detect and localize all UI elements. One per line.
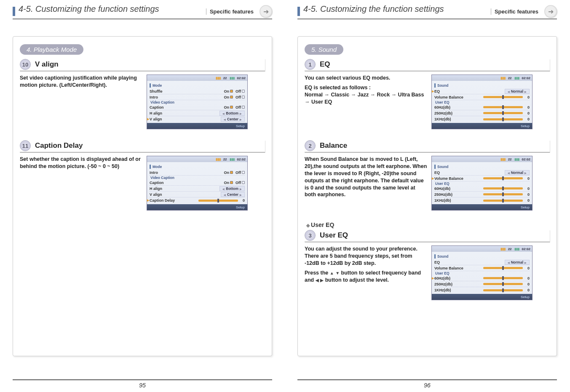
signal-icon: ▮▮▮ bbox=[216, 76, 221, 80]
menu-category-sound: Sound bbox=[434, 254, 530, 259]
slider-knob-icon bbox=[502, 282, 504, 286]
signal-value: 22 bbox=[223, 157, 227, 161]
radio-on-icon bbox=[230, 171, 233, 174]
battery-icon: ▮▮▮ bbox=[514, 247, 519, 251]
right-triangle-icon: ▶ bbox=[320, 278, 324, 283]
signal-value: 22 bbox=[508, 247, 512, 251]
footer-rule bbox=[13, 379, 272, 380]
slider-track bbox=[483, 177, 523, 179]
battery-icon: ▮▮▮ bbox=[514, 76, 519, 80]
slider-track bbox=[483, 200, 523, 202]
subsection-title: V align bbox=[35, 60, 59, 69]
menu-row-volume-balance: Volume Balance 0 bbox=[434, 94, 530, 100]
radio-off-icon bbox=[242, 181, 245, 184]
header: 4-5. Customizing the function settings S… bbox=[13, 4, 272, 19]
menu-row-caption-delay-highlighted: Caption Delay 0 bbox=[150, 197, 245, 203]
step-badge-2: 2 bbox=[305, 140, 316, 151]
subsection-head: 10 V align bbox=[20, 59, 265, 71]
page-number: 95 bbox=[0, 382, 285, 389]
subsection-balance: 2 Balance When Sound Balance bar is move… bbox=[305, 140, 550, 211]
slider-track bbox=[483, 96, 523, 98]
radio-off-icon bbox=[242, 96, 245, 99]
menu-row-eq: EQ Normal bbox=[434, 170, 530, 176]
menu-row-250hz: 250Hz(db) 0 bbox=[434, 110, 530, 116]
step-badge-10: 10 bbox=[20, 59, 31, 70]
radio-on-icon bbox=[230, 90, 233, 93]
slider-track bbox=[483, 193, 523, 195]
slider-track bbox=[483, 118, 523, 120]
screen-footer: Setup bbox=[432, 294, 532, 300]
subsection-text: Set whether the caption is displayed ahe… bbox=[20, 156, 142, 211]
slider-track bbox=[483, 277, 523, 279]
time-value: 02:02 bbox=[237, 157, 246, 161]
down-triangle-icon: ▼ bbox=[335, 271, 340, 275]
slider-track bbox=[483, 106, 523, 108]
value-selector: Bottom bbox=[219, 186, 245, 191]
slider-knob-icon bbox=[502, 117, 504, 121]
header-accent-bar bbox=[13, 7, 15, 16]
menu-category-user-eq: User EQ bbox=[434, 100, 530, 104]
menu-row-volume-balance-highlighted: Volume Balance 0 bbox=[434, 176, 530, 181]
signal-icon: ▮▮▮ bbox=[216, 157, 221, 161]
menu-category-user-eq: User EQ bbox=[434, 271, 530, 275]
battery-icon: ▮▮▮ bbox=[230, 157, 235, 161]
subsection-text: When Sound Balance bar is moved to L (Le… bbox=[305, 156, 427, 211]
page-right: 4-5. Customizing the function settings S… bbox=[285, 0, 570, 392]
radio-off-icon bbox=[242, 171, 245, 174]
menu-row-valign: V align Center bbox=[150, 192, 245, 197]
content-frame-right: 5. Sound 1 EQ You can select various EQ … bbox=[297, 36, 557, 356]
device-screenshot-user-eq: ▮▮▮ 22 ▮▮▮ 02:02 Sound EQ Normal Volume … bbox=[431, 245, 533, 300]
slider-knob-icon bbox=[217, 199, 219, 203]
step-badge-11: 11 bbox=[20, 140, 31, 151]
subsection-title: EQ bbox=[320, 60, 330, 69]
device-screenshot-caption-delay: ▮▮▮ 22 ▮▮▮ 02:02 Mode Intro OnOff Video … bbox=[147, 156, 248, 211]
slider-knob-icon bbox=[502, 288, 504, 292]
menu-row-eq-highlighted: EQ Normal bbox=[434, 88, 530, 94]
subsection-text: Set video captioning justification while… bbox=[20, 75, 142, 129]
value-selector: Normal bbox=[505, 170, 530, 175]
radio-on-icon bbox=[230, 96, 233, 99]
slider-track bbox=[198, 200, 238, 202]
slider-knob-icon bbox=[502, 266, 504, 270]
slider-track bbox=[483, 289, 523, 291]
subsection-head: 2 Balance bbox=[305, 140, 550, 152]
next-arrow-icon: ➜ bbox=[544, 5, 557, 18]
device-screenshot-balance: ▮▮▮ 22 ▮▮▮ 02:02 Sound EQ Normal Volume … bbox=[431, 156, 533, 211]
signal-value: 22 bbox=[508, 157, 512, 161]
user-eq-heading: User EQ bbox=[306, 221, 550, 228]
menu-row-1khz: 1KHz(db) 0 bbox=[434, 116, 530, 122]
menu-row-intro: Intro OnOff bbox=[150, 170, 245, 176]
content-frame-left: 4. Playback Mode 10 V align Set video ca… bbox=[13, 36, 272, 356]
menu-category-video-caption: Video Caption bbox=[150, 176, 245, 180]
menu-row-250hz: 250Hz(db) 0 bbox=[434, 192, 530, 197]
menu-row-250hz: 250Hz(db) 0 bbox=[434, 281, 530, 287]
subsection-title: Caption Delay bbox=[35, 141, 83, 150]
slider-track bbox=[483, 187, 523, 189]
menu-row-1khz: 1KHz(db) 0 bbox=[434, 197, 530, 203]
slider-knob-icon bbox=[502, 199, 504, 203]
time-value: 02:02 bbox=[522, 157, 530, 161]
signal-icon: ▮▮▮ bbox=[500, 247, 506, 251]
header-accent-bar bbox=[297, 7, 300, 16]
slider-knob-icon bbox=[502, 176, 504, 180]
subsection-head: 1 EQ bbox=[305, 59, 550, 71]
radio-on-icon bbox=[230, 106, 233, 109]
value-selector: Center bbox=[221, 192, 245, 197]
subsection-head: 11 Caption Delay bbox=[20, 140, 265, 152]
subsection-valign: 10 V align Set video captioning justific… bbox=[20, 59, 265, 129]
value-selector: Normal bbox=[505, 89, 530, 94]
menu-row-caption: Caption OnOff bbox=[150, 180, 245, 186]
header-subtitle: Specific features bbox=[491, 8, 542, 15]
radio-off-icon bbox=[242, 90, 245, 93]
slider-track bbox=[483, 283, 523, 285]
time-value: 02:02 bbox=[522, 247, 530, 251]
subsection-title: User EQ bbox=[320, 231, 348, 240]
menu-row-1khz: 1KHz(db) 0 bbox=[434, 287, 530, 293]
slider-knob-icon bbox=[502, 95, 504, 99]
value-selector: Normal bbox=[505, 260, 530, 265]
menu-category-sound: Sound bbox=[434, 83, 530, 88]
menu-row-halign: H align Bottom bbox=[150, 110, 245, 116]
subsection-head: 3 User EQ bbox=[305, 230, 550, 242]
up-triangle-icon: ▲ bbox=[330, 271, 334, 275]
menu-row-60hz: 60Hz(db) 0 bbox=[434, 104, 530, 110]
